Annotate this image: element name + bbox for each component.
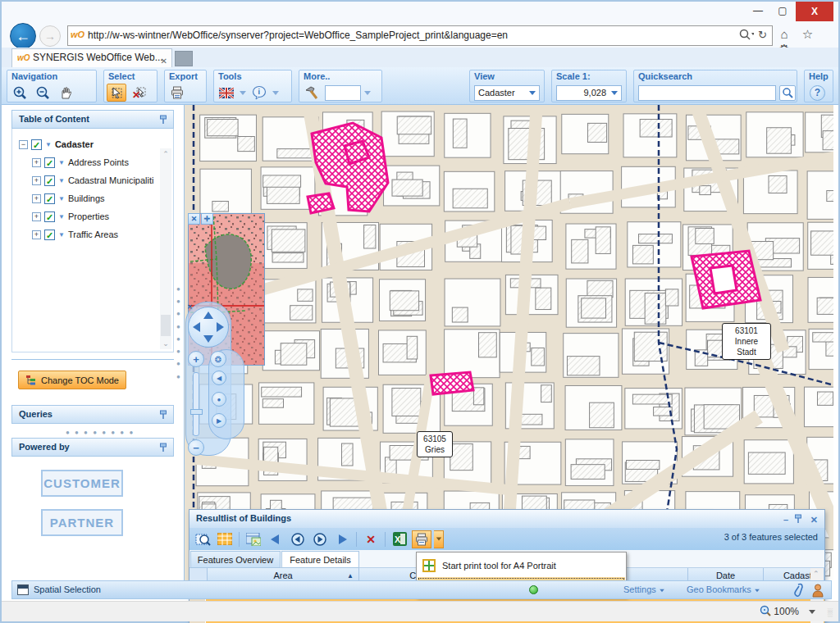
scroll-thumb[interactable] [161, 315, 171, 336]
toc-layer-row[interactable]: + ✓ ▼ Traffic Areas [32, 227, 118, 242]
layer-checkbox[interactable]: ✓ [44, 193, 55, 204]
settings-menu[interactable]: Settings [623, 584, 665, 594]
customer-logo[interactable]: CUSTOMER [41, 470, 123, 497]
more-dropdown-icon[interactable] [364, 91, 371, 95]
pin-icon[interactable] [793, 513, 803, 525]
flag-dropdown-icon[interactable] [240, 91, 246, 95]
pin-icon[interactable] [158, 114, 168, 125]
toc-layer-row[interactable]: + ✓ ▼ Address Points [32, 155, 129, 170]
table-with-map-icon[interactable] [244, 530, 263, 548]
scroll-down-icon[interactable]: ⌄ [160, 339, 171, 348]
minimize-button[interactable]: — [746, 2, 769, 20]
collapse-icon[interactable]: − [19, 140, 28, 149]
sidebar-splitter-handle[interactable]: ● ● ● ● ● ● ● ● [177, 285, 182, 382]
layer-checkbox[interactable]: ✓ [31, 139, 42, 150]
layer-label[interactable]: Cadastral Municipaliti [68, 175, 154, 185]
expand-icon[interactable]: + [32, 230, 41, 239]
expand-icon[interactable]: + [32, 158, 41, 167]
layer-checkbox[interactable]: ✓ [44, 175, 55, 186]
zoom-slider-track[interactable] [193, 372, 199, 436]
center-extent-button[interactable]: ● [212, 392, 226, 407]
toc-layer-row[interactable]: + ✓ ▼ Buildings [32, 191, 105, 206]
layer-dropdown-icon[interactable]: ▼ [45, 141, 52, 148]
poweredby-panel-header[interactable]: Powered by [11, 438, 174, 457]
zoom-slider-thumb[interactable] [190, 409, 203, 415]
spatial-selection-icon[interactable] [17, 584, 29, 595]
new-tab-button[interactable] [175, 51, 193, 66]
layer-dropdown-icon[interactable]: ▼ [58, 195, 65, 202]
view-select[interactable]: Cadaster [474, 85, 540, 101]
browser-zoom-icon[interactable] [760, 605, 773, 618]
zoom-in-button[interactable]: + [188, 351, 204, 367]
language-flag-icon[interactable] [217, 84, 236, 102]
overview-close-icon[interactable]: ✕ [188, 213, 200, 225]
refresh-icon[interactable]: ↻ [758, 29, 767, 41]
previous-extent-button[interactable]: ◀ [212, 371, 226, 385]
layer-checkbox[interactable]: ✓ [44, 211, 55, 222]
print-export-icon[interactable] [167, 84, 187, 102]
quicksearch-button[interactable] [779, 85, 796, 101]
excel-export-icon[interactable]: X [390, 530, 409, 548]
view-dropdown-icon[interactable] [529, 91, 536, 95]
full-extent-button[interactable]: ❂ [210, 351, 226, 367]
close-panel-icon[interactable]: ✕ [810, 512, 818, 529]
info-dropdown-icon[interactable] [272, 91, 279, 95]
scale-input[interactable]: 9,028 [556, 85, 622, 101]
zoom-out-icon[interactable] [33, 84, 52, 102]
zoom-dropdown-icon[interactable] [809, 610, 815, 614]
search-icon[interactable] [737, 28, 754, 43]
tab-features-overview[interactable]: Features Overview [190, 551, 281, 568]
print-results-icon[interactable] [412, 530, 431, 548]
next-extent-button[interactable]: ▶ [212, 413, 226, 428]
previous-feature-icon[interactable] [288, 530, 308, 548]
pan-hand-icon[interactable] [56, 84, 75, 102]
layer-dropdown-icon[interactable]: ▼ [58, 231, 65, 239]
quicksearch-input[interactable] [638, 85, 776, 101]
favorites-star-icon[interactable]: ☆ [797, 27, 817, 42]
close-button[interactable]: X [796, 2, 833, 21]
queries-panel-header[interactable]: Queries [11, 405, 174, 424]
pin-icon[interactable] [158, 409, 168, 421]
layer-checkbox[interactable]: ✓ [44, 157, 55, 168]
home-icon[interactable]: ⌂ [774, 27, 794, 41]
maximize-button[interactable]: ▢ [771, 2, 794, 20]
overview-move-icon[interactable]: ✛ [201, 213, 213, 225]
next-feature-icon[interactable] [310, 530, 330, 548]
scroll-up-icon[interactable]: ⌃ [160, 150, 171, 158]
zoom-out-button[interactable]: − [188, 439, 204, 456]
scroll-up-icon[interactable]: ⌃ [813, 570, 819, 578]
layer-dropdown-icon[interactable]: ▼ [58, 159, 65, 166]
browser-tab[interactable]: wO SYNERGIS WebOffice Web... ✕ [11, 48, 172, 67]
layer-label[interactable]: Cadaster [55, 139, 94, 149]
help-button[interactable]: ? [810, 85, 825, 101]
layer-dropdown-icon[interactable]: ▼ [58, 213, 65, 221]
layer-label[interactable]: Address Points [68, 157, 129, 167]
more-tools-select[interactable] [325, 85, 361, 101]
toc-panel-header[interactable]: Table of Content [11, 110, 174, 129]
url-field[interactable]: http://w-ws-wintner/WebOffice/synserver?… [67, 25, 773, 46]
resize-grip[interactable]: ░ [828, 608, 833, 616]
user-profile-icon[interactable] [811, 583, 824, 598]
change-toc-mode-button[interactable]: Change TOC Mode [18, 371, 126, 389]
expand-icon[interactable]: + [32, 176, 41, 185]
first-feature-icon[interactable] [266, 530, 285, 548]
toc-layer-row[interactable]: + ✓ ▼ Cadastral Municipaliti [32, 173, 153, 188]
expand-icon[interactable]: + [32, 212, 41, 221]
tools-hammer-icon[interactable] [302, 84, 322, 102]
minimize-panel-icon[interactable]: – [783, 512, 788, 529]
table-view-icon[interactable] [215, 530, 235, 548]
back-button[interactable]: ← [10, 23, 36, 49]
toc-layer-row[interactable]: + ✓ ▼ Properties [32, 209, 109, 224]
layer-checkbox[interactable]: ✓ [44, 230, 55, 240]
geo-bookmarks-menu[interactable]: Geo Bookmarks [687, 584, 760, 594]
select-features-icon[interactable] [107, 84, 126, 102]
menu-item-start-print-tool[interactable]: Start print tool for A4 Portrait [418, 553, 625, 577]
remove-results-icon[interactable]: ✕ [361, 530, 381, 548]
zoom-to-selection-icon[interactable] [193, 530, 212, 548]
layer-label[interactable]: Properties [68, 211, 109, 221]
pan-compass-control[interactable] [188, 307, 229, 348]
expand-icon[interactable]: + [32, 194, 41, 203]
zoom-in-icon[interactable] [10, 84, 30, 102]
partner-logo[interactable]: PARTNER [41, 509, 123, 536]
toc-scrollbar[interactable]: ⌃ ⌄ [160, 148, 171, 349]
